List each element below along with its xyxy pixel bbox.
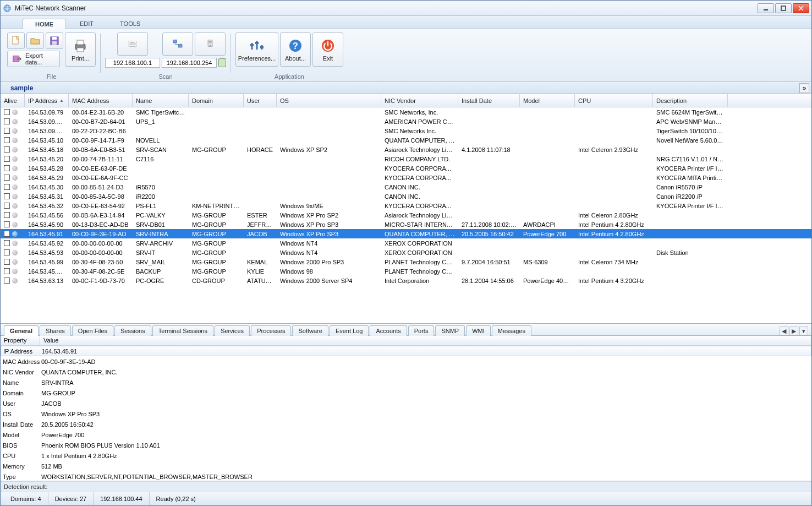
detail-tab-snmp[interactable]: SNMP — [435, 325, 465, 336]
detail-tab-messages[interactable]: Messages — [492, 325, 531, 336]
table-row[interactable]: 164.53.45.2900-C0-EE-6A-9F-CCKYOCERA COR… — [1, 173, 811, 182]
row-checkbox[interactable] — [4, 109, 10, 115]
table-row[interactable]: 164.53.45.24100-30-4F-08-2C-5EBACKUPMG-G… — [1, 266, 811, 276]
property-row[interactable]: NameSRV-INTRA — [1, 377, 811, 388]
row-checkbox[interactable] — [4, 221, 10, 227]
col-cpu[interactable]: CPU — [575, 94, 653, 107]
property-row[interactable]: IP Address164.53.45.91 — [1, 346, 811, 356]
detail-tab-sessions[interactable]: Sessions — [114, 325, 151, 336]
property-row[interactable]: MAC Address00-C0-9F-3E-19-AD — [1, 356, 811, 367]
row-checkbox[interactable] — [4, 146, 10, 153]
row-checkbox[interactable] — [4, 137, 10, 143]
col-user[interactable]: User — [244, 94, 277, 107]
col-alive[interactable]: Alive — [1, 94, 25, 107]
property-row[interactable]: UserJACOB — [1, 398, 811, 409]
table-row[interactable]: 164.53.45.3100-00-85-3A-5C-98iR2200CANON… — [1, 192, 811, 201]
print-button[interactable]: Print... — [65, 32, 96, 67]
ip-to-input[interactable] — [162, 58, 217, 68]
table-row[interactable]: 164.53.45.1000-C0-9F-14-71-F9NOVELLQUANT… — [1, 135, 811, 145]
table-row[interactable]: 164.53.45.9100-C0-9F-3E-19-ADSRV-INTRAMG… — [1, 229, 811, 238]
table-row[interactable]: 164.53.63.1300-0C-F1-9D-73-70PC-OGRECD-G… — [1, 276, 811, 285]
prop-col-key[interactable]: Property — [1, 336, 40, 345]
ribbon-tab-edit[interactable]: EDIT — [67, 18, 106, 29]
table-row[interactable]: 164.53.09.21000-22-2D-22-BC-B6SMC Networ… — [1, 126, 811, 135]
table-row[interactable]: 164.53.45.9200-00-00-00-00-00SRV-ARCHIVM… — [1, 238, 811, 248]
row-checkbox[interactable] — [4, 128, 10, 134]
exit-button[interactable]: Exit — [312, 32, 343, 67]
table-row[interactable]: 164.53.45.5600-0B-6A-E3-14-94PC-VALKYMG-… — [1, 210, 811, 220]
row-checkbox[interactable] — [4, 212, 10, 218]
row-checkbox[interactable] — [4, 240, 10, 246]
about-button[interactable]: ? About... — [280, 32, 311, 67]
tab-menu-icon[interactable]: ▾ — [799, 327, 808, 335]
row-checkbox[interactable] — [4, 118, 10, 124]
row-checkbox[interactable] — [4, 193, 10, 199]
table-row[interactable]: 164.53.45.2800-C0-EE-63-0F-DEKYOCERA COR… — [1, 164, 811, 173]
property-row[interactable]: ModelPowerEdge 700 — [1, 429, 811, 440]
table-row[interactable]: 164.53.45.3000-00-85-51-24-D3iR5570CANON… — [1, 182, 811, 192]
maximize-button[interactable] — [775, 3, 792, 13]
open-button[interactable] — [26, 32, 44, 49]
detail-tab-wmi[interactable]: WMI — [466, 325, 491, 336]
detail-tab-open-files[interactable]: Open Files — [72, 325, 113, 336]
tabs-overflow-button[interactable]: » — [799, 83, 809, 93]
row-checkbox[interactable] — [4, 184, 10, 190]
col-name[interactable]: Name — [133, 94, 189, 107]
row-checkbox[interactable] — [4, 249, 10, 255]
ribbon-tab-home[interactable]: HOME — [23, 19, 66, 29]
row-checkbox[interactable] — [4, 203, 10, 209]
col-os[interactable]: OS — [277, 94, 381, 107]
ip-from-input[interactable] — [105, 58, 160, 68]
preferences-button[interactable]: Preferences... — [235, 32, 278, 67]
property-row[interactable]: Memory512 MB — [1, 461, 811, 471]
property-row[interactable]: OSWindows XP Pro SP3 — [1, 409, 811, 419]
row-checkbox[interactable] — [4, 156, 10, 162]
detail-tab-shares[interactable]: Shares — [40, 325, 71, 336]
document-tab-sample[interactable]: sample — [5, 83, 39, 93]
tab-prev-icon[interactable]: ◀ — [780, 327, 788, 335]
detail-tab-terminal-sessions[interactable]: Terminal Sessions — [152, 325, 213, 336]
table-row[interactable]: 164.53.45.9900-30-4F-08-23-50SRV_MAILMG-… — [1, 257, 811, 266]
col-nic[interactable]: NIC Vendor — [381, 94, 458, 107]
detail-tab-general[interactable]: General — [4, 325, 39, 336]
detail-tab-software[interactable]: Software — [292, 325, 328, 336]
property-row[interactable]: DomainMG-GROUP — [1, 388, 811, 398]
save-button[interactable] — [46, 32, 63, 49]
table-row[interactable]: 164.53.45.1800-0B-6A-E0-B3-51SRV-SCANMG-… — [1, 145, 811, 154]
close-button[interactable] — [793, 3, 809, 13]
row-checkbox[interactable] — [4, 278, 10, 284]
ribbon-tab-tools[interactable]: TOOLS — [107, 18, 153, 29]
row-checkbox[interactable] — [4, 259, 10, 265]
property-row[interactable]: CPU1 x Intel Pentium 4 2.80GHz — [1, 450, 811, 461]
row-checkbox[interactable] — [4, 165, 10, 171]
tab-next-icon[interactable]: ▶ — [789, 327, 798, 335]
col-mac[interactable]: MAC Address — [69, 94, 133, 107]
results-grid[interactable]: 164.53.09.7900-04-E2-31-6B-20SMC TigerSw… — [1, 107, 811, 324]
row-checkbox[interactable] — [4, 231, 10, 237]
col-ip[interactable]: IP Address — [25, 94, 69, 107]
property-row[interactable]: NIC VendorQUANTA COMPUTER, INC. — [1, 367, 811, 377]
table-row[interactable]: 164.53.09.20500-C0-B7-2D-64-01UPS_1AMERI… — [1, 117, 811, 126]
property-row[interactable]: BIOSPhoenix ROM BIOS PLUS Version 1.10 A… — [1, 440, 811, 450]
table-row[interactable]: 164.53.45.9000-13-D3-EC-AD-DBSRV-DB01MG-… — [1, 220, 811, 229]
detail-tab-ports[interactable]: Ports — [408, 325, 435, 336]
scan-range-button[interactable]: 000.x.x 255.x.x — [117, 32, 148, 56]
detail-tab-services[interactable]: Services — [215, 325, 250, 336]
detail-tab-processes[interactable]: Processes — [251, 325, 291, 336]
export-data-button[interactable]: Export data... — [7, 51, 60, 67]
property-row[interactable]: Install Date20.5.2005 16:50:42 — [1, 419, 811, 429]
row-checkbox[interactable] — [4, 268, 10, 274]
new-button[interactable] — [7, 32, 25, 49]
table-row[interactable]: 164.53.09.7900-04-E2-31-6B-20SMC TigerSw… — [1, 107, 811, 117]
property-grid[interactable]: IP Address164.53.45.91MAC Address00-C0-9… — [1, 346, 811, 481]
table-row[interactable]: 164.53.45.9300-00-00-00-00-00SRV-ITMG-GR… — [1, 248, 811, 257]
col-model[interactable]: Model — [520, 94, 575, 107]
table-row[interactable]: 164.53.45.2000-00-74-7B-11-11C7116RICOH … — [1, 154, 811, 164]
ip-range-picker-icon[interactable] — [218, 58, 226, 67]
scan-network-button[interactable] — [162, 32, 193, 56]
scan-host-button[interactable] — [195, 32, 226, 56]
prop-col-val[interactable]: Value — [40, 336, 811, 345]
property-row[interactable]: TypeWORKSTATION,SERVER,NT,POTENTIAL_BROW… — [1, 471, 811, 481]
detail-tab-accounts[interactable]: Accounts — [370, 325, 407, 336]
row-checkbox[interactable] — [4, 175, 10, 181]
